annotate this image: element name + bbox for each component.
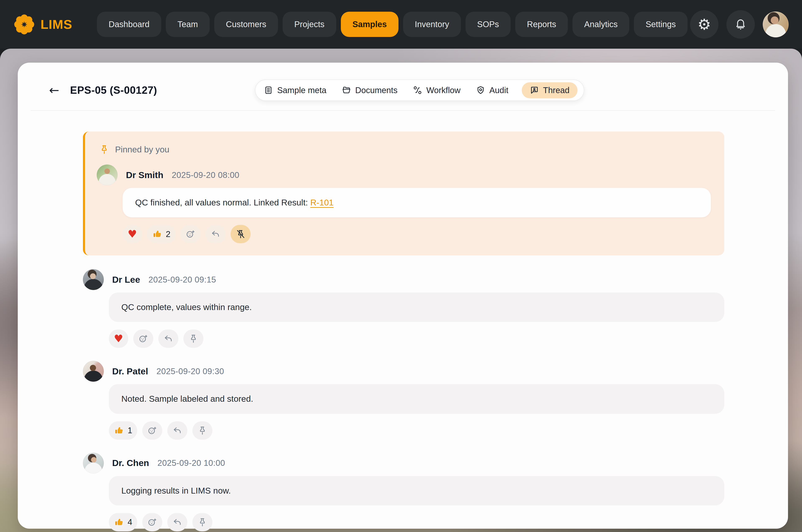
- message-bubble: Logging results in LIMS now.: [109, 476, 724, 506]
- thumbs-up-reaction[interactable]: 4: [109, 513, 137, 531]
- reply-button[interactable]: [158, 329, 179, 348]
- pushpin-icon: [198, 517, 207, 527]
- message-author: Dr. Patel: [112, 366, 148, 377]
- nav-item-settings[interactable]: Settings: [634, 12, 688, 37]
- tab-workflow[interactable]: Workflow: [411, 82, 463, 98]
- message-header: Dr Smith 2025-09-20 08:00: [97, 165, 711, 185]
- reaction-bar: ♥ 2: [123, 225, 711, 243]
- message-bubble: Noted. Sample labeled and stored.: [109, 384, 724, 414]
- message-header: Dr. Chen 2025-09-20 10:00: [83, 453, 724, 474]
- heart-reaction[interactable]: ♥: [123, 225, 142, 243]
- document-lines-icon: [264, 86, 273, 95]
- smiley-plus-icon: [147, 517, 157, 527]
- nav-item-team[interactable]: Team: [166, 12, 210, 37]
- message-body: Noted. Sample labeled and stored.: [109, 384, 724, 414]
- unpin-button[interactable]: [230, 225, 250, 243]
- card-header: ← EPS-05 (S-00127) Sample meta Documents: [49, 78, 757, 103]
- thumbs-up-reaction[interactable]: 1: [109, 421, 137, 440]
- avatar-dr-smith: [97, 165, 117, 185]
- tab-sample-meta[interactable]: Sample meta: [262, 82, 329, 98]
- smiley-plus-icon: [185, 229, 195, 239]
- reply-button[interactable]: [167, 513, 187, 531]
- pin-button[interactable]: [192, 513, 212, 531]
- top-navbar: LIMS Dashboard Team Customers Projects S…: [0, 0, 802, 49]
- reaction-count: 4: [128, 517, 132, 527]
- reply-button[interactable]: [206, 225, 226, 243]
- tab-label: Sample meta: [277, 86, 327, 95]
- message-author: Dr Smith: [126, 170, 163, 180]
- thumbs-up-icon: [114, 517, 125, 528]
- thread-message: Dr. Chen 2025-09-20 10:00 Logging result…: [83, 453, 724, 531]
- message-body: QC finished, all values normal. Linked R…: [123, 188, 711, 217]
- nav-item-inventory[interactable]: Inventory: [403, 12, 461, 37]
- message-timestamp: 2025-09-20 09:15: [149, 275, 216, 284]
- reaction-count: 1: [128, 426, 132, 435]
- pin-button[interactable]: [183, 329, 203, 348]
- pin-button[interactable]: [192, 421, 212, 440]
- pushpin-icon: [198, 425, 207, 436]
- heart-icon: ♥: [128, 229, 137, 239]
- message-bubble: QC complete, values within range.: [109, 292, 724, 322]
- notifications-button[interactable]: [726, 10, 755, 39]
- add-reaction-button[interactable]: [181, 225, 201, 243]
- detail-tabs: Sample meta Documents Workflow: [255, 79, 584, 101]
- pushpin-slash-icon: [236, 229, 246, 239]
- tab-thread[interactable]: Thread: [522, 82, 577, 98]
- brand-logo[interactable]: LIMS: [13, 14, 72, 35]
- sample-detail-card: ← EPS-05 (S-00127) Sample meta Documents: [18, 63, 788, 529]
- flower-burst-icon: [13, 14, 35, 35]
- reply-arrow-icon: [172, 425, 182, 436]
- add-reaction-button[interactable]: [142, 421, 162, 440]
- navbar-actions: ⚙: [690, 10, 789, 39]
- message-timestamp: 2025-09-20 09:30: [156, 367, 224, 376]
- tab-documents[interactable]: Documents: [340, 82, 399, 98]
- reply-arrow-icon: [172, 517, 182, 527]
- nav-item-projects[interactable]: Projects: [283, 12, 336, 37]
- thread-message: Dr Lee 2025-09-20 09:15 QC complete, val…: [83, 269, 724, 348]
- smiley-plus-icon: [147, 425, 157, 436]
- nav-item-reports[interactable]: Reports: [515, 12, 568, 37]
- avatar-dr-chen: [83, 453, 104, 474]
- nav-item-dashboard[interactable]: Dashboard: [97, 12, 161, 37]
- avatar-dr-lee: [83, 269, 104, 290]
- message-text: QC finished, all values normal. Linked R…: [135, 198, 310, 207]
- reaction-bar: ♥: [109, 329, 724, 348]
- primary-nav: Dashboard Team Customers Projects Sample…: [97, 12, 688, 37]
- nav-item-customers[interactable]: Customers: [214, 12, 278, 37]
- message-timestamp: 2025-09-20 08:00: [172, 170, 239, 180]
- reply-button[interactable]: [167, 421, 187, 440]
- add-reaction-button[interactable]: [133, 329, 153, 348]
- bell-icon: [734, 18, 747, 31]
- tab-label: Workflow: [426, 86, 461, 95]
- heart-icon: ♥: [114, 334, 123, 344]
- chat-person-icon: [530, 86, 539, 95]
- reaction-bar: 1: [109, 421, 724, 440]
- heart-reaction[interactable]: ♥: [109, 329, 128, 348]
- nav-item-analytics[interactable]: Analytics: [573, 12, 629, 37]
- message-body: Logging results in LIMS now.: [109, 476, 724, 506]
- tab-label: Documents: [355, 86, 397, 95]
- workflow-route-icon: [413, 86, 422, 95]
- thumbs-up-reaction[interactable]: 2: [147, 225, 175, 243]
- smiley-plus-icon: [138, 334, 148, 344]
- tab-label: Thread: [543, 86, 570, 95]
- page-title: EPS-05 (S-00127): [70, 84, 157, 96]
- settings-button[interactable]: ⚙: [690, 10, 719, 39]
- pushpin-icon: [99, 145, 109, 154]
- thread-message-pinned: Dr Smith 2025-09-20 08:00 QC finished, a…: [97, 165, 711, 243]
- reply-arrow-icon: [210, 229, 221, 239]
- back-button[interactable]: ←: [49, 84, 59, 96]
- add-reaction-button[interactable]: [142, 513, 162, 531]
- nav-item-sops[interactable]: SOPs: [466, 12, 511, 37]
- message-bubble: QC finished, all values normal. Linked R…: [123, 188, 711, 217]
- shield-at-icon: [476, 86, 485, 95]
- gear-icon: ⚙: [697, 17, 711, 32]
- tab-audit[interactable]: Audit: [474, 82, 510, 98]
- nav-item-samples[interactable]: Samples: [341, 12, 399, 37]
- thread-panel: Pinned by you Dr Smith 2025-09-20 08:00 …: [18, 111, 788, 531]
- thumbs-up-icon: [152, 229, 163, 240]
- message-author: Dr. Chen: [112, 458, 149, 468]
- tab-label: Audit: [489, 86, 508, 95]
- linked-result-link[interactable]: R-101: [310, 198, 334, 207]
- user-avatar[interactable]: [763, 12, 789, 37]
